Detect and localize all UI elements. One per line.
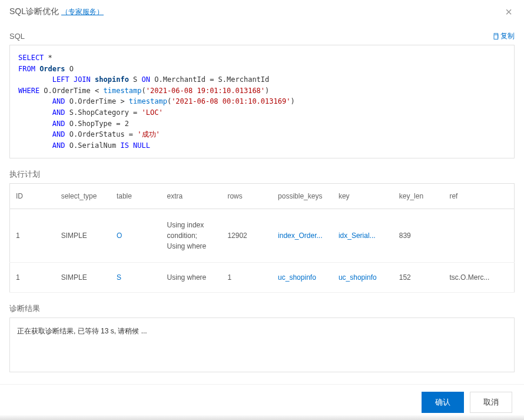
sql-token: AND [52,108,65,117]
td-rows: 1 [221,263,272,293]
copy-icon [492,33,499,40]
sql-section-title: SQL [9,32,25,41]
td-select-type: SIMPLE [55,263,111,293]
sql-token: shopinfo [91,75,129,84]
sql-token: O.SerialNum [65,141,120,150]
td-key-len: 839 [393,209,444,263]
copy-label: 复制 [500,31,515,41]
sql-token: '成功' [137,130,160,138]
table-header-row: ID select_type table extra rows possible… [10,184,515,209]
sql-token: AND [52,97,65,105]
th-extra: extra [161,184,222,209]
th-id: ID [10,184,55,209]
td-extra: Using index condition; Using where [161,209,222,263]
sql-token: ON [142,75,150,84]
sql-token: AND [52,130,65,138]
plan-tbody: 1 SIMPLE O Using index condition; Using … [10,209,515,293]
sql-token: * [44,54,52,62]
sql-token: '2021-06-08 19:01:10.013168' [146,87,265,95]
td-ref [443,209,514,263]
sql-token: LEFT JOIN [52,75,91,84]
page-title: SQL诊断优化 （专家服务） [9,6,104,17]
th-key: key [333,184,393,209]
th-key-len: key_len [393,184,444,209]
sql-token: 'LOC' [142,108,163,117]
th-rows: rows [221,184,272,209]
sql-token: timestamp [129,97,167,105]
sql-token: O.OrderTime < [39,87,103,95]
sql-token: AND [52,120,65,128]
svg-rect-0 [494,35,498,39]
td-select-type: SIMPLE [55,209,111,263]
sql-diag-modal: SQL诊断优化 （专家服务） × SQL 复制 SELECT * FROM Or… [0,0,524,420]
th-possible-keys: possible_keys [272,184,333,209]
sql-token: SELECT [18,54,44,62]
diag-section-header: 诊断结果 [9,296,515,314]
sql-token: FROM [18,65,35,73]
modal-footer: 确认 取消 [0,384,524,420]
sql-token: IS [120,141,128,150]
sql-token: O.OrderStatus = [65,130,137,138]
table-row: 1 SIMPLE O Using index condition; Using … [10,209,515,263]
th-ref: ref [443,184,514,209]
td-id: 1 [10,209,55,263]
table-row: 1 SIMPLE S Using where 1 uc_shopinfo uc_… [10,263,515,293]
td-id: 1 [10,263,55,293]
sql-token: S.ShopCategory = [65,108,141,117]
close-icon[interactable]: × [503,6,515,18]
sql-code-box: SELECT * FROM Orders O LEFT JOIN shopinf… [9,45,515,158]
execution-plan-table: ID select_type table extra rows possible… [9,183,515,293]
plan-section-title: 执行计划 [9,169,40,180]
modal-header: SQL诊断优化 （专家服务） × [0,0,524,23]
sql-token: WHERE [18,87,39,95]
modal-body: SQL 复制 SELECT * FROM Orders O LEFT JOIN … [0,23,524,384]
td-possible-keys[interactable]: index_Order... [272,209,333,263]
sql-token: timestamp [104,87,142,95]
sql-section-header: SQL 复制 [9,28,515,41]
diagnosis-result-box: 正在获取诊断结果, 已等待 13 s, 请稍候 ... [9,318,515,372]
td-ref: tsc.O.Merc... [443,263,514,293]
sql-token: O.OrderTime > [65,97,128,105]
td-possible-keys[interactable]: uc_shopinfo [272,263,333,293]
td-table[interactable]: O [111,209,161,263]
td-key-len: 152 [393,263,444,293]
decorative-shadow [0,415,524,420]
sql-token: S [129,75,142,84]
td-table[interactable]: S [111,263,161,293]
plan-section-header: 执行计划 [9,162,515,180]
td-key[interactable]: uc_shopinfo [333,263,393,293]
th-table: table [111,184,161,209]
sql-token: ) [265,87,269,95]
sql-token: ( [142,87,146,95]
sql-token: '2021-06-08 00:01:10.013169' [171,97,290,105]
ok-button[interactable]: 确认 [422,392,464,413]
sql-token: O [65,65,73,73]
sql-token: ) [290,97,294,105]
sql-token: O.MerchantId = S.MerchantId [150,75,269,84]
sql-token: O.ShopType = 2 [65,120,128,128]
td-rows: 12902 [221,209,272,263]
title-text: SQL诊断优化 [9,6,59,17]
diag-section-title: 诊断结果 [9,303,40,314]
th-select-type: select_type [55,184,111,209]
diag-status-text: 正在获取诊断结果, 已等待 13 s, 请稍候 ... [17,327,147,335]
cancel-button[interactable]: 取消 [470,392,512,413]
expert-service-link[interactable]: （专家服务） [61,7,104,17]
copy-button[interactable]: 复制 [492,31,515,41]
td-key[interactable]: idx_Serial... [333,209,393,263]
sql-token: Orders [35,65,65,73]
td-extra: Using where [161,263,222,293]
sql-token: NULL [129,141,150,150]
sql-token: AND [52,141,65,150]
